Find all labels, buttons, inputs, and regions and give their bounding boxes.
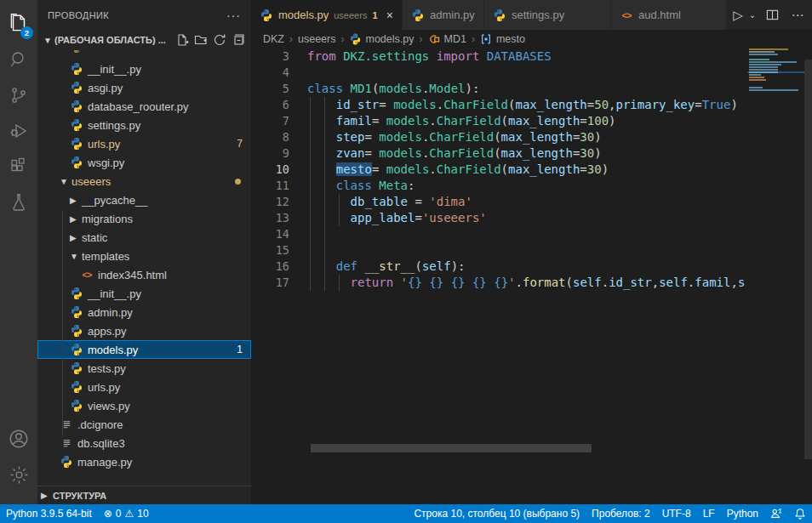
run-dropdown-icon[interactable]: ⌄ bbox=[747, 4, 758, 26]
code-line-17[interactable]: 17 return '{} {} {} {} {}'.format(self.i… bbox=[251, 275, 747, 291]
code-line-3[interactable]: 3from DKZ.settings import DATABASES bbox=[251, 48, 747, 65]
python-file-icon bbox=[260, 9, 273, 22]
tree-item-database-roouter-py[interactable]: database_roouter.py bbox=[37, 97, 251, 116]
code-line-16[interactable]: 16 def __str__(self): bbox=[251, 259, 747, 275]
python-file-icon bbox=[70, 380, 83, 394]
tree-item---init---py[interactable]: __init__.py bbox=[37, 60, 251, 78]
tree-item-settings-py[interactable]: settings.py bbox=[37, 116, 251, 134]
tree-item-asgi-py[interactable]: asgi.py bbox=[37, 78, 251, 97]
tree-item---init---py[interactable]: __init__.py bbox=[37, 284, 251, 303]
breadcrumb-item-models-py[interactable]: models.py bbox=[349, 33, 414, 46]
breadcrumb-item-DKZ[interactable]: DKZ bbox=[263, 33, 284, 45]
split-editor-icon[interactable] bbox=[761, 4, 783, 26]
run-debug-icon[interactable] bbox=[0, 114, 37, 148]
code-line-14[interactable]: 14 bbox=[251, 226, 747, 242]
tree-item-urls-py[interactable]: urls.py7 bbox=[37, 134, 251, 153]
tree-item-views-py[interactable]: views.py bbox=[37, 396, 251, 415]
new-file-icon[interactable] bbox=[173, 31, 192, 48]
workspace-section-header[interactable]: ▼ (РАБОЧАЯ ОБЛАСТЬ) ... bbox=[37, 30, 251, 50]
line-number: 7 bbox=[251, 113, 289, 129]
editor-group: models.pyuseeers1×admin.pysettings.py<>a… bbox=[251, 0, 812, 504]
account-icon[interactable] bbox=[0, 422, 37, 456]
py-symbol-icon bbox=[349, 33, 362, 46]
outline-section-header[interactable]: ▶ СТРУКТУРА bbox=[37, 486, 251, 504]
search-icon[interactable] bbox=[0, 43, 37, 77]
tree-item-db-sqlite3[interactable]: db.sqlite3 bbox=[37, 434, 251, 452]
code-editor[interactable]: 3from DKZ.settings import DATABASES45cla… bbox=[251, 48, 747, 504]
tree-item-tests-py[interactable]: tests.py bbox=[37, 359, 251, 378]
tree-item-templates[interactable]: ▼templates bbox=[37, 247, 251, 265]
code-line-11[interactable]: 11 class Meta: bbox=[251, 178, 747, 194]
language-mode-status[interactable]: Python bbox=[721, 504, 764, 523]
tree-item-apps-py[interactable]: apps.py bbox=[37, 321, 251, 340]
error-count: 0 bbox=[116, 508, 122, 520]
code-line-6[interactable]: 6 id_str= models.CharField(max_length=50… bbox=[251, 97, 747, 113]
tree-item-index345-html[interactable]: <>index345.html bbox=[37, 265, 251, 284]
minimap-line bbox=[747, 54, 804, 55]
minimap-line bbox=[747, 71, 804, 73]
python-file-icon bbox=[70, 343, 83, 356]
collapse-all-icon[interactable] bbox=[229, 31, 248, 48]
python-file-icon bbox=[60, 455, 73, 469]
testing-icon[interactable] bbox=[0, 185, 37, 219]
tree-item-clipped[interactable]: indexelement bbox=[37, 50, 251, 60]
minimap[interactable] bbox=[747, 48, 804, 151]
line-number: 16 bbox=[251, 259, 289, 275]
new-folder-icon[interactable] bbox=[192, 31, 210, 48]
warning-count: 10 bbox=[137, 508, 148, 520]
breadcrumb-item-useeers[interactable]: useeers bbox=[298, 33, 335, 45]
tree-item-static[interactable]: ▶static bbox=[37, 228, 251, 247]
line-number: 3 bbox=[251, 48, 289, 65]
code-line-9[interactable]: 9 zvan= models.CharField(max_length=30) bbox=[251, 145, 747, 162]
tree-item-urls-py[interactable]: urls.py bbox=[37, 378, 251, 396]
horizontal-scrollbar[interactable] bbox=[311, 444, 592, 452]
refresh-icon[interactable] bbox=[210, 31, 229, 48]
code-line-7[interactable]: 7 famil= models.CharField(max_length=100… bbox=[251, 113, 747, 129]
line-number: 4 bbox=[251, 65, 289, 81]
code-line-10[interactable]: 10 mesto= models.CharField(max_length=30… bbox=[251, 162, 747, 178]
tab-settings-py[interactable]: settings.py bbox=[484, 0, 610, 30]
indentation-status[interactable]: Пробелов: 2 bbox=[586, 504, 656, 523]
sidebar-more-actions-icon[interactable]: ··· bbox=[226, 9, 241, 22]
tree-item-migrations[interactable]: ▶migrations bbox=[37, 209, 251, 228]
feedback-icon[interactable] bbox=[764, 504, 788, 523]
tree-item-useeers[interactable]: ▼useeers bbox=[37, 172, 251, 190]
line-number: 8 bbox=[251, 129, 289, 145]
source-control-icon[interactable] bbox=[0, 78, 37, 112]
minimap-line bbox=[747, 51, 804, 53]
code-line-4[interactable]: 4 bbox=[251, 65, 747, 81]
line-number: 13 bbox=[251, 210, 289, 226]
tree-item-manage-py[interactable]: manage.py bbox=[37, 452, 251, 471]
extensions-icon[interactable] bbox=[0, 150, 37, 184]
run-button[interactable]: ▷ bbox=[727, 4, 749, 26]
code-line-15[interactable]: 15 bbox=[251, 242, 747, 259]
python-interpreter-status[interactable]: Python 3.9.5 64-bit bbox=[0, 504, 98, 523]
tree-item-wsgi-py[interactable]: wsgi.py bbox=[37, 153, 251, 172]
tab-aud-html[interactable]: <>aud.html bbox=[611, 0, 726, 30]
vertical-scrollbar[interactable] bbox=[804, 60, 812, 459]
code-line-8[interactable]: 8 step= models.CharField(max_length=30) bbox=[251, 129, 747, 145]
notifications-bell-icon[interactable] bbox=[788, 504, 812, 523]
close-icon[interactable]: × bbox=[386, 9, 393, 22]
tree-item-admin-py[interactable]: admin.py bbox=[37, 303, 251, 321]
eol-status[interactable]: LF bbox=[697, 504, 721, 523]
tree-item---pycache--[interactable]: ▶__pycache__ bbox=[37, 190, 251, 209]
problems-status[interactable]: ⊗ 0 ⚠ 10 bbox=[98, 504, 155, 523]
code-line-12[interactable]: 12 db_table = 'dima' bbox=[251, 194, 747, 210]
tree-item--dcignore[interactable]: .dcignore bbox=[37, 415, 251, 434]
python-file-icon bbox=[70, 324, 83, 338]
encoding-status[interactable]: UTF-8 bbox=[656, 504, 697, 523]
more-actions-icon[interactable]: ⋯ bbox=[786, 4, 809, 26]
cursor-position-status[interactable]: Строка 10, столбец 10 (выбрано 5) bbox=[408, 504, 586, 523]
code-line-5[interactable]: 5class MD1(models.Model): bbox=[251, 81, 747, 97]
code-line-13[interactable]: 13 app_label='useeers' bbox=[251, 210, 747, 226]
breadcrumb-item-mesto[interactable]: mesto bbox=[480, 33, 525, 46]
explorer-badge: 2 bbox=[20, 26, 33, 39]
breadcrumb-item-MD1[interactable]: MD1 bbox=[427, 33, 466, 46]
settings-gear-icon[interactable] bbox=[0, 458, 37, 492]
tab-models-py[interactable]: models.pyuseeers1× bbox=[251, 0, 402, 30]
python-file-icon bbox=[70, 305, 83, 319]
tab-admin-py[interactable]: admin.py bbox=[403, 0, 483, 30]
tree-item-models-py[interactable]: models.py1 bbox=[37, 340, 251, 359]
explorer-icon[interactable]: 2 bbox=[0, 7, 37, 41]
